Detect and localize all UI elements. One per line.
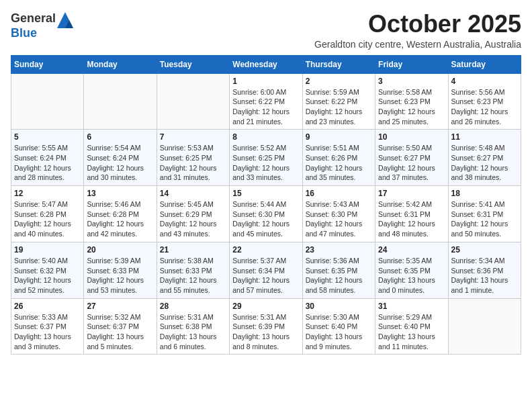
day-number: 11 <box>451 132 518 142</box>
logo-general: General <box>11 11 56 25</box>
day-number: 7 <box>160 132 226 142</box>
day-info: Sunrise: 5:34 AM Sunset: 6:36 PM Dayligh… <box>451 256 518 295</box>
calendar-day-cell: 18Sunrise: 5:41 AM Sunset: 6:31 PM Dayli… <box>448 186 521 242</box>
calendar-day-cell: 22Sunrise: 5:37 AM Sunset: 6:34 PM Dayli… <box>230 242 302 298</box>
calendar-week-row: 1Sunrise: 6:00 AM Sunset: 6:22 PM Daylig… <box>11 73 521 130</box>
day-info: Sunrise: 5:56 AM Sunset: 6:23 PM Dayligh… <box>451 87 518 127</box>
calendar-day-cell: 24Sunrise: 5:35 AM Sunset: 6:35 PM Dayli… <box>375 242 448 298</box>
calendar-header-row: SundayMondayTuesdayWednesdayThursdayFrid… <box>11 55 521 73</box>
day-number: 6 <box>87 132 153 142</box>
weekday-header-friday: Friday <box>375 55 448 73</box>
day-number: 20 <box>87 245 153 255</box>
calendar-day-cell <box>157 73 229 130</box>
day-info: Sunrise: 5:53 AM Sunset: 6:25 PM Dayligh… <box>160 143 226 183</box>
day-number: 8 <box>232 132 299 142</box>
day-number: 10 <box>378 132 445 142</box>
day-number: 27 <box>87 302 153 311</box>
calendar-day-cell: 16Sunrise: 5:43 AM Sunset: 6:30 PM Dayli… <box>302 186 375 242</box>
calendar-day-cell: 5Sunrise: 5:55 AM Sunset: 6:24 PM Daylig… <box>11 130 84 186</box>
calendar-day-cell: 25Sunrise: 5:34 AM Sunset: 6:36 PM Dayli… <box>448 242 521 298</box>
day-number: 9 <box>306 132 372 142</box>
calendar-day-cell: 30Sunrise: 5:30 AM Sunset: 6:40 PM Dayli… <box>302 298 375 355</box>
day-number: 15 <box>232 189 299 198</box>
day-number: 14 <box>160 189 226 198</box>
calendar-day-cell: 3Sunrise: 5:58 AM Sunset: 6:23 PM Daylig… <box>375 73 448 130</box>
weekday-header-tuesday: Tuesday <box>157 55 229 73</box>
day-info: Sunrise: 5:29 AM Sunset: 6:40 PM Dayligh… <box>378 312 445 352</box>
calendar-day-cell: 15Sunrise: 5:44 AM Sunset: 6:30 PM Dayli… <box>230 186 302 242</box>
day-info: Sunrise: 5:54 AM Sunset: 6:24 PM Dayligh… <box>87 143 153 183</box>
calendar-week-row: 12Sunrise: 5:47 AM Sunset: 6:28 PM Dayli… <box>11 186 521 242</box>
page-header: General Blue October 2025 Geraldton city… <box>11 11 521 50</box>
day-number: 16 <box>306 189 372 198</box>
logo-blue: Blue <box>11 26 37 40</box>
day-number: 29 <box>232 302 299 311</box>
calendar-week-row: 26Sunrise: 5:33 AM Sunset: 6:37 PM Dayli… <box>11 298 521 355</box>
day-info: Sunrise: 5:48 AM Sunset: 6:27 PM Dayligh… <box>451 143 518 183</box>
day-info: Sunrise: 5:39 AM Sunset: 6:33 PM Dayligh… <box>87 256 153 295</box>
calendar-day-cell: 19Sunrise: 5:40 AM Sunset: 6:32 PM Dayli… <box>11 242 84 298</box>
day-info: Sunrise: 5:51 AM Sunset: 6:26 PM Dayligh… <box>306 143 372 183</box>
calendar-day-cell <box>448 298 521 355</box>
day-info: Sunrise: 5:45 AM Sunset: 6:29 PM Dayligh… <box>160 199 226 239</box>
calendar-week-row: 19Sunrise: 5:40 AM Sunset: 6:32 PM Dayli… <box>11 242 521 298</box>
day-number: 3 <box>378 77 445 86</box>
day-number: 17 <box>378 189 445 198</box>
day-number: 1 <box>232 77 299 86</box>
day-number: 28 <box>160 302 226 311</box>
calendar-day-cell: 7Sunrise: 5:53 AM Sunset: 6:25 PM Daylig… <box>157 130 229 186</box>
day-number: 12 <box>14 189 81 198</box>
day-info: Sunrise: 5:43 AM Sunset: 6:30 PM Dayligh… <box>306 199 372 239</box>
day-info: Sunrise: 5:30 AM Sunset: 6:40 PM Dayligh… <box>306 312 372 352</box>
day-number: 30 <box>306 302 372 311</box>
calendar-day-cell: 21Sunrise: 5:38 AM Sunset: 6:33 PM Dayli… <box>157 242 229 298</box>
day-number: 4 <box>451 77 518 86</box>
day-number: 23 <box>306 245 372 255</box>
weekday-header-monday: Monday <box>84 55 157 73</box>
day-info: Sunrise: 5:50 AM Sunset: 6:27 PM Dayligh… <box>378 143 445 183</box>
weekday-header-thursday: Thursday <box>302 55 375 73</box>
day-info: Sunrise: 5:40 AM Sunset: 6:32 PM Dayligh… <box>14 256 81 295</box>
calendar-week-row: 5Sunrise: 5:55 AM Sunset: 6:24 PM Daylig… <box>11 130 521 186</box>
day-info: Sunrise: 5:38 AM Sunset: 6:33 PM Dayligh… <box>160 256 226 295</box>
day-info: Sunrise: 5:36 AM Sunset: 6:35 PM Dayligh… <box>306 256 372 295</box>
day-info: Sunrise: 5:46 AM Sunset: 6:28 PM Dayligh… <box>87 199 153 239</box>
calendar-day-cell: 26Sunrise: 5:33 AM Sunset: 6:37 PM Dayli… <box>11 298 84 355</box>
day-number: 19 <box>14 245 81 255</box>
calendar-day-cell: 4Sunrise: 5:56 AM Sunset: 6:23 PM Daylig… <box>448 73 521 130</box>
calendar-day-cell: 23Sunrise: 5:36 AM Sunset: 6:35 PM Dayli… <box>302 242 375 298</box>
day-number: 2 <box>306 77 372 86</box>
logo: General Blue <box>11 11 76 40</box>
day-number: 24 <box>378 245 445 255</box>
day-info: Sunrise: 6:00 AM Sunset: 6:22 PM Dayligh… <box>232 87 299 127</box>
day-info: Sunrise: 5:55 AM Sunset: 6:24 PM Dayligh… <box>14 143 81 183</box>
day-number: 31 <box>378 302 445 311</box>
day-number: 13 <box>87 189 153 198</box>
weekday-header-wednesday: Wednesday <box>230 55 302 73</box>
day-number: 18 <box>451 189 518 198</box>
weekday-header-saturday: Saturday <box>448 55 521 73</box>
calendar-table: SundayMondayTuesdayWednesdayThursdayFrid… <box>11 55 521 355</box>
calendar-day-cell: 11Sunrise: 5:48 AM Sunset: 6:27 PM Dayli… <box>448 130 521 186</box>
day-info: Sunrise: 5:58 AM Sunset: 6:23 PM Dayligh… <box>378 87 445 127</box>
calendar-day-cell: 12Sunrise: 5:47 AM Sunset: 6:28 PM Dayli… <box>11 186 84 242</box>
calendar-day-cell: 2Sunrise: 5:59 AM Sunset: 6:22 PM Daylig… <box>302 73 375 130</box>
calendar-day-cell <box>84 73 157 130</box>
calendar-day-cell: 6Sunrise: 5:54 AM Sunset: 6:24 PM Daylig… <box>84 130 157 186</box>
day-info: Sunrise: 5:32 AM Sunset: 6:37 PM Dayligh… <box>87 312 153 352</box>
day-info: Sunrise: 5:44 AM Sunset: 6:30 PM Dayligh… <box>232 199 299 239</box>
day-info: Sunrise: 5:31 AM Sunset: 6:38 PM Dayligh… <box>160 312 226 352</box>
day-number: 5 <box>14 132 81 142</box>
day-info: Sunrise: 5:42 AM Sunset: 6:31 PM Dayligh… <box>378 199 445 239</box>
day-info: Sunrise: 5:41 AM Sunset: 6:31 PM Dayligh… <box>451 199 518 239</box>
day-number: 26 <box>14 302 81 311</box>
calendar-day-cell: 14Sunrise: 5:45 AM Sunset: 6:29 PM Dayli… <box>157 186 229 242</box>
day-info: Sunrise: 5:59 AM Sunset: 6:22 PM Dayligh… <box>306 87 372 127</box>
calendar-day-cell: 9Sunrise: 5:51 AM Sunset: 6:26 PM Daylig… <box>302 130 375 186</box>
title-block: October 2025 Geraldton city centre, West… <box>314 11 521 50</box>
day-info: Sunrise: 5:47 AM Sunset: 6:28 PM Dayligh… <box>14 199 81 239</box>
weekday-header-sunday: Sunday <box>11 55 84 73</box>
calendar-body: 1Sunrise: 6:00 AM Sunset: 6:22 PM Daylig… <box>11 73 521 355</box>
calendar-day-cell: 27Sunrise: 5:32 AM Sunset: 6:37 PM Dayli… <box>84 298 157 355</box>
calendar-day-cell: 1Sunrise: 6:00 AM Sunset: 6:22 PM Daylig… <box>230 73 302 130</box>
